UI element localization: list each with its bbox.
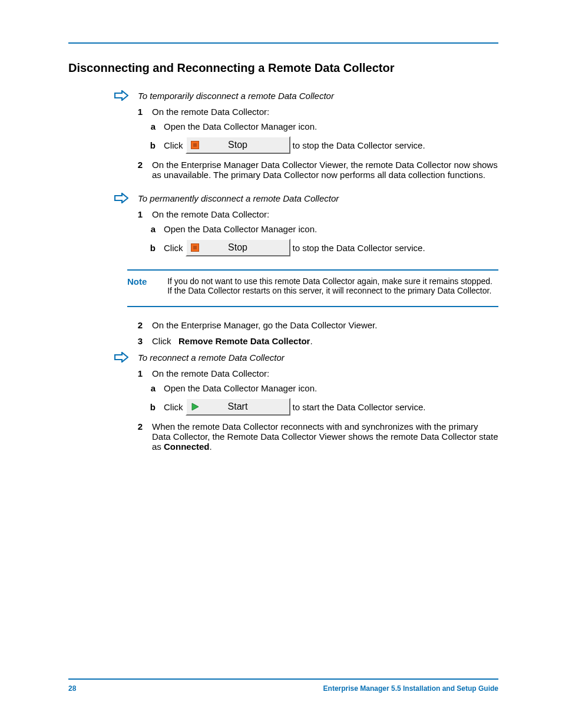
substep-letter: a <box>147 121 156 131</box>
step: 1 On the remote Data Collector: <box>132 107 498 117</box>
footer: 28 Enterprise Manager 5.5 Installation a… <box>68 678 498 693</box>
step: 2 When the remote Data Collector reconne… <box>132 421 498 452</box>
button-label: Stop <box>228 242 247 253</box>
note-label: Note <box>127 276 165 286</box>
substep: b Click Stop to stop the Data Collector … <box>147 239 498 256</box>
procedure-title: To temporarily disconnect a remote Data … <box>138 91 334 101</box>
text: Click <box>152 336 171 346</box>
text: to stop the Data Collector service. <box>293 243 425 253</box>
step-number: 2 <box>132 160 143 180</box>
procedure-heading: To reconnect a remote Data Collector <box>114 352 498 363</box>
step-text: On the remote Data Collector: <box>152 368 498 378</box>
text: . <box>310 336 312 346</box>
step-text: On the Enterprise Manager Data Collector… <box>152 160 498 180</box>
procedure-heading: To permanently disconnect a remote Data … <box>114 193 498 203</box>
step-text: On the remote Data Collector: <box>152 209 498 219</box>
svg-rect-3 <box>193 246 197 249</box>
button-label: Stop <box>228 140 247 150</box>
substep-text: Click Stop to stop the Data Collector se… <box>164 136 498 154</box>
text: Click <box>164 140 183 150</box>
text: Click <box>164 243 183 253</box>
substep-letter: b <box>147 140 156 150</box>
top-rule <box>68 42 498 44</box>
step-number: 2 <box>132 320 143 330</box>
text-bold: Connected <box>164 442 210 452</box>
text: to stop the Data Collector service. <box>293 140 425 150</box>
stop-icon <box>190 243 200 252</box>
page-number: 28 <box>68 684 76 693</box>
substep-text: Open the Data Collector Manager icon. <box>164 224 498 234</box>
svg-rect-1 <box>193 143 197 147</box>
step-number: 1 <box>132 209 143 219</box>
step-number: 1 <box>132 368 143 378</box>
substep-letter: b <box>147 402 156 412</box>
step-number: 2 <box>132 421 143 452</box>
stop-button[interactable]: Stop <box>186 136 290 154</box>
step-text: On the Enterprise Manager, go the Data C… <box>152 320 498 330</box>
substep-letter: a <box>147 224 156 234</box>
step: 2 On the Enterprise Manager, go the Data… <box>132 320 498 330</box>
stop-button[interactable]: Stop <box>186 239 290 256</box>
procedure-title: To permanently disconnect a remote Data … <box>138 193 339 203</box>
step: 1 On the remote Data Collector: <box>132 368 498 378</box>
section-title: Disconnecting and Reconnecting a Remote … <box>68 61 498 75</box>
procedure-heading: To temporarily disconnect a remote Data … <box>114 90 498 101</box>
substep-text: Click Start to start the Data Collector … <box>164 398 498 416</box>
procedure-title: To reconnect a remote Data Collector <box>138 353 285 363</box>
substep: a Open the Data Collector Manager icon. <box>147 224 498 234</box>
step: 1 On the remote Data Collector: <box>132 209 498 219</box>
substep: a Open the Data Collector Manager icon. <box>147 383 498 393</box>
note-block: Note If you do not want to use this remo… <box>127 269 498 307</box>
text: Click <box>164 402 183 412</box>
arrow-right-icon <box>114 352 128 363</box>
substep-text: Open the Data Collector Manager icon. <box>164 383 498 393</box>
substep-letter: a <box>147 383 156 393</box>
doc-title: Enterprise Manager 5.5 Installation and … <box>323 684 498 693</box>
note-text: If you do not want to use this remote Da… <box>167 276 497 295</box>
text-bold: Remove Remote Data Collector <box>178 336 310 346</box>
step-text: Click Remove Remote Data Collector. <box>152 336 498 346</box>
substep: b Click Start to start the Data Collecto… <box>147 398 498 416</box>
step-number: 3 <box>132 336 143 346</box>
stop-icon <box>190 140 200 150</box>
step: 3 Click Remove Remote Data Collector. <box>132 336 498 346</box>
button-label: Start <box>228 401 248 412</box>
substep-letter: b <box>147 243 156 253</box>
arrow-right-icon <box>114 193 128 203</box>
substep-text: Click Stop to stop the Data Collector se… <box>164 239 498 256</box>
play-icon <box>190 402 200 411</box>
substep: a Open the Data Collector Manager icon. <box>147 121 498 131</box>
start-button[interactable]: Start <box>186 398 290 416</box>
step-text: On the remote Data Collector: <box>152 107 498 117</box>
text: to start the Data Collector service. <box>293 402 426 412</box>
substep: b Click Stop to stop the Data Collector … <box>147 136 498 154</box>
text: . <box>210 442 212 452</box>
step-text: When the remote Data Collector reconnect… <box>152 421 498 452</box>
step-number: 1 <box>132 107 143 117</box>
arrow-right-icon <box>114 90 128 101</box>
page: Disconnecting and Reconnecting a Remote … <box>0 0 562 728</box>
step: 2 On the Enterprise Manager Data Collect… <box>132 160 498 180</box>
substep-text: Open the Data Collector Manager icon. <box>164 121 498 131</box>
